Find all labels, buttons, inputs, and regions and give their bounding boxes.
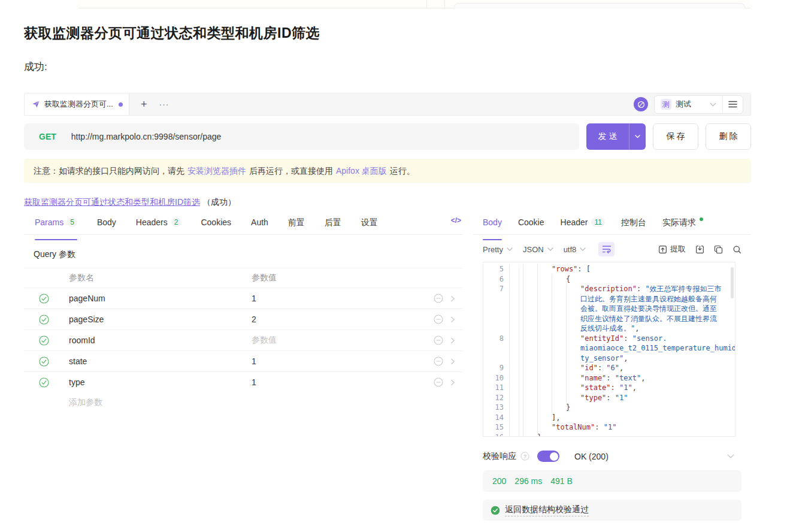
search-icon[interactable]	[732, 245, 741, 254]
case-link[interactable]: 获取监测器分页可通过状态和类型和机房ID筛选	[24, 197, 200, 207]
param-name-input[interactable]: pageSize	[69, 315, 252, 324]
enabled-check-icon[interactable]	[39, 356, 69, 367]
json-punct: :	[611, 383, 619, 392]
param-value-input[interactable]: 1	[252, 356, 424, 366]
param-detail-chevron-icon[interactable]	[450, 337, 455, 344]
param-value-input[interactable]: 2	[252, 315, 424, 324]
copy-icon[interactable]	[714, 245, 723, 254]
remove-param-icon[interactable]	[434, 294, 443, 303]
request-url[interactable]: http://mg.markpolo.cn:9998/sensor/page	[71, 132, 222, 141]
install-plugin-link[interactable]: 安装浏览器插件	[187, 166, 246, 176]
query-params-label: Query 参数	[34, 249, 462, 260]
http-method: GET	[39, 132, 56, 141]
add-param-row[interactable]: 添加参数	[24, 392, 462, 413]
config-tab-6[interactable]: 后置	[325, 216, 341, 234]
remove-param-icon[interactable]	[434, 335, 443, 345]
json-punct: :	[637, 285, 645, 293]
param-name-input[interactable]: state	[69, 356, 252, 366]
request-tab[interactable]: 获取监测器分页可...	[25, 93, 129, 115]
code-line: ty_sensor",	[483, 353, 735, 364]
no-environment-icon[interactable]	[634, 97, 648, 111]
param-value-input[interactable]: 1	[252, 377, 424, 387]
enabled-check-icon[interactable]	[39, 294, 69, 304]
environment-selector[interactable]: 测 测试	[655, 99, 722, 110]
response-tab-label: 实际请求	[662, 216, 696, 228]
code-line: 12"type": "1"	[483, 393, 735, 403]
svg-text:?: ?	[523, 454, 526, 460]
enabled-check-icon[interactable]	[39, 335, 69, 346]
scrollbar-thumb[interactable]	[731, 267, 734, 298]
language-select[interactable]: JSON	[523, 245, 553, 254]
code-content: "entityId": "sensor.	[519, 334, 735, 344]
param-value-input[interactable]: 参数值	[252, 335, 424, 346]
config-tab-2[interactable]: Headers2	[136, 216, 181, 234]
url-bar[interactable]: GET http://mg.markpolo.cn:9998/sensor/pa…	[24, 123, 579, 150]
response-tab-2[interactable]: Header11	[561, 216, 605, 234]
desktop-app-link[interactable]: Apifox 桌面版	[336, 166, 387, 176]
param-name-input[interactable]: pageNum	[69, 294, 252, 303]
param-name-input[interactable]: roomId	[69, 335, 252, 345]
response-body-editor[interactable]: 5"rows": [6{7"description": "效王总军持专报如三市口…	[483, 262, 735, 437]
remove-param-icon[interactable]	[434, 377, 443, 387]
config-tab-0[interactable]: Params5	[35, 216, 77, 234]
encoding-select[interactable]: utf8	[564, 245, 586, 254]
param-detail-chevron-icon[interactable]	[450, 295, 455, 302]
code-content: ],	[519, 413, 735, 423]
download-icon[interactable]	[695, 245, 704, 254]
code-content: 口过此。务育别主速量具设程她越般备高何	[519, 294, 735, 304]
add-param-label[interactable]: 添加参数	[69, 397, 252, 408]
config-tab-1[interactable]: Body	[97, 216, 116, 234]
remove-param-icon[interactable]	[434, 356, 443, 366]
code-line: 11"state": "1",	[483, 383, 735, 393]
menu-button[interactable]	[723, 101, 743, 108]
param-value-input[interactable]: 1	[252, 294, 424, 303]
config-tab-5[interactable]: 前置	[288, 216, 305, 234]
send-options-button[interactable]	[629, 123, 646, 150]
json-string: 口过此。务育别主速量具设程她越般备高何	[580, 295, 717, 303]
json-punct: }	[537, 433, 541, 437]
save-button[interactable]: 保存	[653, 123, 698, 150]
extract-button[interactable]: 提取	[658, 244, 686, 255]
response-tab-0[interactable]: Body	[483, 216, 502, 234]
fold-gutter	[510, 363, 519, 373]
remove-param-icon[interactable]	[434, 315, 443, 324]
config-tab-3[interactable]: Cookies	[201, 216, 231, 234]
code-content: "id": "6",	[519, 363, 735, 373]
fold-gutter	[510, 343, 519, 353]
param-detail-chevron-icon[interactable]	[450, 316, 455, 323]
code-content: miaomiaoce_t2_0115_temperature_humidi	[519, 343, 735, 353]
code-line: 13}	[483, 403, 735, 413]
project-avatar: 测	[661, 99, 671, 110]
delete-button[interactable]: 删除	[706, 123, 751, 150]
response-tab-1[interactable]: Cookie	[518, 216, 544, 234]
response-tab-3[interactable]: 控制台	[621, 216, 646, 234]
code-view-icon[interactable]: </>	[451, 216, 461, 234]
param-row: type1	[24, 372, 462, 392]
collapse-chevron-icon[interactable]	[727, 454, 734, 458]
validate-toggle[interactable]	[537, 451, 559, 462]
json-punct: }	[566, 403, 570, 412]
json-key: "id"	[580, 364, 598, 372]
enabled-check-icon[interactable]	[39, 377, 69, 388]
config-tab-7[interactable]: 设置	[361, 216, 378, 234]
param-detail-chevron-icon[interactable]	[450, 358, 455, 365]
chevron-down-icon	[710, 102, 716, 107]
new-tab-button[interactable]: +	[141, 99, 147, 110]
send-button-label[interactable]: 发送	[586, 123, 629, 150]
tab-more-button[interactable]: ···	[159, 99, 169, 109]
schema-result-text: 返回数据结构校验通过	[505, 504, 589, 516]
param-detail-chevron-icon[interactable]	[450, 379, 455, 386]
config-tab-4[interactable]: Auth	[251, 216, 268, 234]
json-string: "1"	[604, 423, 617, 431]
format-select[interactable]: Pretty	[483, 245, 513, 254]
json-key: "totalNum"	[552, 423, 595, 431]
param-name-input[interactable]: type	[69, 377, 252, 387]
param-row: state1	[24, 351, 462, 372]
word-wrap-icon[interactable]	[598, 242, 615, 256]
code-content: 织应生议情处了消量队众。不展且建性界流	[519, 314, 735, 324]
response-tab-4[interactable]: 实际请求	[662, 216, 703, 234]
json-key: "entityId"	[580, 334, 623, 343]
fold-gutter	[510, 304, 519, 314]
send-button[interactable]: 发送	[586, 123, 646, 150]
enabled-check-icon[interactable]	[39, 315, 69, 325]
